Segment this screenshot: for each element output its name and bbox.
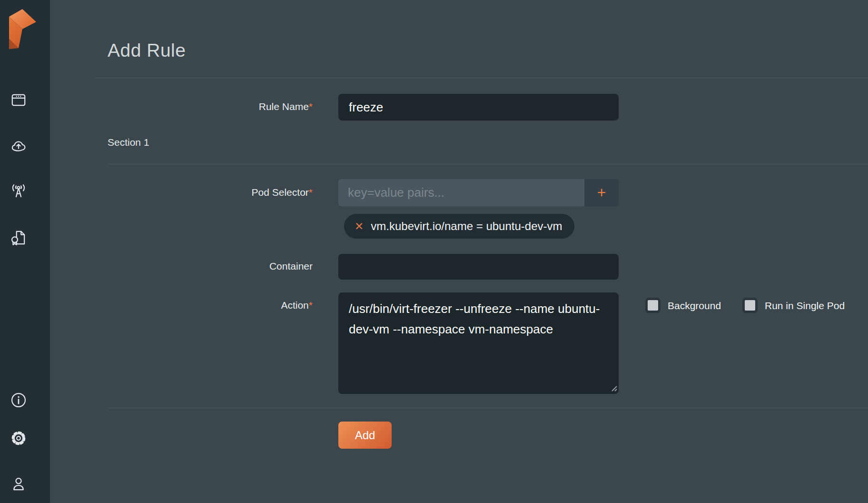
- gear-icon: [10, 429, 28, 447]
- run-in-single-pod-checkbox[interactable]: [742, 298, 758, 313]
- header-divider: [95, 78, 868, 78]
- sidebar-item-user[interactable]: [10, 475, 28, 493]
- selector-chip: ✕ vm.kubevirt.io/name = ubuntu-dev-vm: [344, 214, 574, 239]
- pod-selector-input[interactable]: [338, 179, 584, 206]
- required-asterisk: *: [309, 187, 313, 198]
- app-window-icon: [10, 91, 28, 109]
- action-label: Action*: [281, 299, 313, 312]
- sidebar-item-cloud-upload[interactable]: [10, 138, 28, 156]
- sidebar-item-certificate[interactable]: [10, 229, 28, 247]
- chip-remove-icon[interactable]: ✕: [355, 221, 364, 232]
- sidebar-item-broadcast[interactable]: [10, 183, 28, 201]
- required-asterisk: *: [309, 101, 313, 112]
- rule-name-input[interactable]: [338, 94, 619, 121]
- certificate-file-icon: [10, 229, 28, 247]
- app-logo[interactable]: [9, 9, 36, 49]
- container-label: Container: [269, 260, 313, 272]
- rule-name-label: Rule Name*: [259, 101, 313, 113]
- sidebar-item-info[interactable]: [10, 391, 28, 409]
- action-textarea[interactable]: /usr/bin/virt-freezer --unfreeze --name …: [338, 292, 619, 394]
- info-icon: [10, 391, 28, 409]
- required-asterisk: *: [309, 300, 313, 311]
- add-pair-button[interactable]: +: [584, 179, 619, 206]
- sidebar-item-app-window[interactable]: [10, 91, 28, 109]
- pod-selector-label: Pod Selector*: [252, 186, 313, 199]
- broadcast-antenna-icon: [10, 183, 28, 201]
- page-title: Add Rule: [108, 40, 186, 61]
- container-input[interactable]: [338, 254, 619, 280]
- add-button[interactable]: Add: [338, 422, 392, 449]
- footer-divider: [108, 408, 868, 408]
- section-label: Section 1: [108, 137, 149, 148]
- plus-icon: +: [597, 184, 606, 201]
- background-checkbox-label: Background: [668, 300, 721, 312]
- user-icon: [10, 475, 28, 493]
- section-divider: [108, 164, 868, 164]
- chip-text: vm.kubevirt.io/name = ubuntu-dev-vm: [371, 220, 562, 233]
- sidebar-item-settings[interactable]: [10, 429, 28, 447]
- background-checkbox[interactable]: [645, 298, 661, 313]
- resize-handle-icon[interactable]: [609, 383, 618, 392]
- run-in-single-pod-checkbox-label: Run in Single Pod: [765, 300, 845, 312]
- sidebar: [0, 0, 50, 503]
- add-rule-page: Add Rule Rule Name* Section 1 Pod Select…: [0, 0, 868, 503]
- cloud-upload-icon: [10, 138, 28, 156]
